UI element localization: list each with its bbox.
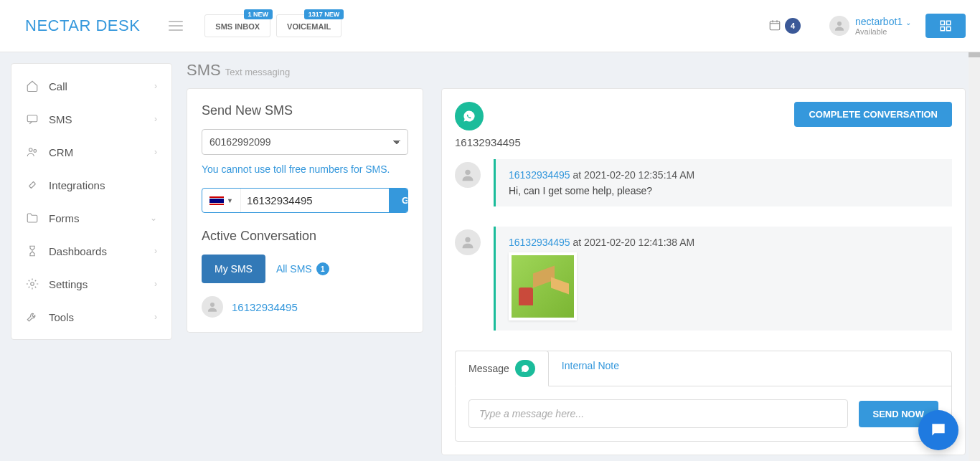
sidebar-item-sms[interactable]: SMS › xyxy=(11,103,171,136)
sidebar-label: Call xyxy=(49,80,67,92)
active-conversation-title: Active Conversation xyxy=(202,229,408,244)
chat-fab-button[interactable] xyxy=(918,410,958,450)
svg-point-7 xyxy=(29,148,33,152)
go-button[interactable]: GO! xyxy=(389,189,408,212)
svg-point-11 xyxy=(465,170,470,175)
chevron-right-icon: › xyxy=(154,279,157,289)
sidebar-item-integrations[interactable]: Integrations xyxy=(11,168,171,201)
message-input[interactable] xyxy=(468,399,848,428)
menu-toggle-icon[interactable] xyxy=(169,21,183,31)
all-sms-tab[interactable]: All SMS 1 xyxy=(276,262,329,275)
send-sms-panel: Send New SMS 60162992099 You cannot use … xyxy=(187,88,423,333)
sidebar-label: Forms xyxy=(49,212,80,224)
calendar-count-badge[interactable]: 4 xyxy=(785,18,801,34)
top-bar: NECTAR DESK SMS INBOX 1 NEW VOICEMAIL 13… xyxy=(0,0,980,52)
sms-inbox-label: SMS INBOX xyxy=(215,22,260,31)
chat-icon xyxy=(26,113,42,125)
message-image[interactable] xyxy=(509,252,577,320)
message-sender[interactable]: 16132934495 xyxy=(509,237,570,248)
gear-icon xyxy=(26,277,42,290)
user-avatar-icon xyxy=(829,16,849,36)
chevron-down-icon: ⌄ xyxy=(150,213,157,223)
svg-rect-0 xyxy=(770,21,780,29)
sms-inbox-badge: 1 NEW xyxy=(244,9,273,19)
wrench-icon xyxy=(26,310,42,323)
sidebar-label: Dashboards xyxy=(49,245,107,257)
sidebar-item-settings[interactable]: Settings › xyxy=(11,267,171,300)
chevron-right-icon: › xyxy=(154,246,157,256)
logo[interactable]: NECTAR DESK xyxy=(25,16,140,35)
sidebar-item-forms[interactable]: Forms ⌄ xyxy=(11,201,171,234)
conversation-item[interactable]: 16132934495 xyxy=(202,296,408,318)
flag-icon xyxy=(209,196,224,205)
my-sms-tab[interactable]: My SMS xyxy=(202,255,265,283)
voicemail-badge: 1317 NEW xyxy=(304,9,344,19)
compose-area: Message Internal Note SEND NOW xyxy=(455,351,952,442)
all-sms-count: 1 xyxy=(316,262,329,275)
plug-icon xyxy=(26,179,42,191)
chevron-right-icon: › xyxy=(154,312,157,322)
svg-rect-5 xyxy=(947,27,951,31)
page-scrollbar[interactable] xyxy=(969,0,980,461)
sidebar-item-tools[interactable]: Tools › xyxy=(11,300,171,333)
sidebar-label: CRM xyxy=(49,146,73,158)
sidebar-item-crm[interactable]: CRM › xyxy=(11,136,171,168)
compose-note-tab[interactable]: Internal Note xyxy=(549,351,632,386)
message-text: Hi, can I get some help, please? xyxy=(509,185,939,196)
sidebar-label: Settings xyxy=(49,278,88,290)
svg-point-1 xyxy=(837,22,842,26)
svg-rect-3 xyxy=(947,21,951,24)
conversation-number: 16132934495 xyxy=(232,301,298,313)
home-icon xyxy=(26,80,42,92)
chat-contact-number: 16132934495 xyxy=(455,136,952,148)
chevron-right-icon: › xyxy=(154,147,157,157)
chevron-right-icon: › xyxy=(154,81,157,91)
svg-rect-2 xyxy=(941,21,944,24)
voicemail-label: VOICEMAIL xyxy=(287,22,331,31)
svg-point-9 xyxy=(31,282,34,286)
complete-conversation-button[interactable]: COMPLETE CONVERSATION xyxy=(794,102,952,127)
sidebar-label: SMS xyxy=(49,113,72,125)
svg-rect-4 xyxy=(941,27,944,31)
sidebar-item-call[interactable]: Call › xyxy=(11,70,171,103)
to-number-input[interactable] xyxy=(241,189,389,212)
whatsapp-small-icon xyxy=(515,360,535,377)
country-flag-selector[interactable]: ▼ xyxy=(202,189,241,212)
message-row: 16132934495 at 2021-02-20 12:41:38 AM xyxy=(455,227,952,331)
chat-panel: COMPLETE CONVERSATION 16132934495 161329… xyxy=(441,88,966,455)
message-timestamp: at 2021-02-20 12:35:14 AM xyxy=(570,169,695,181)
message-avatar-icon xyxy=(455,162,481,188)
toll-free-warning: You cannot use toll free numbers for SMS… xyxy=(202,163,408,175)
whatsapp-icon xyxy=(455,102,484,130)
svg-point-12 xyxy=(465,237,470,242)
users-icon xyxy=(26,146,42,158)
send-sms-title: Send New SMS xyxy=(202,103,408,118)
message-row: 16132934495 at 2021-02-20 12:35:14 AM Hi… xyxy=(455,159,952,206)
folder-icon xyxy=(26,212,42,224)
page-title: SMS Text messaging xyxy=(187,61,966,80)
sidebar-label: Integrations xyxy=(49,179,105,191)
hourglass-icon xyxy=(26,244,42,257)
sidebar-item-dashboards[interactable]: Dashboards › xyxy=(11,234,171,267)
apps-grid-button[interactable] xyxy=(925,14,966,38)
sms-inbox-tab[interactable]: SMS INBOX 1 NEW xyxy=(204,14,270,37)
user-menu[interactable]: nectarbot1 ⌄ Available xyxy=(829,16,911,36)
svg-point-8 xyxy=(34,150,37,153)
sidebar: Call › SMS › CRM › Integrations Forms ⌄ xyxy=(0,52,183,461)
user-name: nectarbot1 ⌄ xyxy=(855,16,911,27)
message-timestamp: at 2021-02-20 12:41:38 AM xyxy=(570,237,695,248)
svg-point-10 xyxy=(210,303,215,307)
contact-avatar-icon xyxy=(202,296,223,318)
message-sender[interactable]: 16132934495 xyxy=(509,169,570,181)
compose-message-tab[interactable]: Message xyxy=(455,351,549,386)
sidebar-label: Tools xyxy=(49,311,74,323)
from-number-select[interactable]: 60162992099 xyxy=(202,129,408,155)
user-status: Available xyxy=(855,27,887,36)
message-avatar-icon xyxy=(455,229,481,255)
svg-rect-6 xyxy=(27,115,37,122)
voicemail-tab[interactable]: VOICEMAIL 1317 NEW xyxy=(276,14,341,37)
calendar-icon[interactable] xyxy=(768,19,781,34)
chevron-right-icon: › xyxy=(154,114,157,124)
